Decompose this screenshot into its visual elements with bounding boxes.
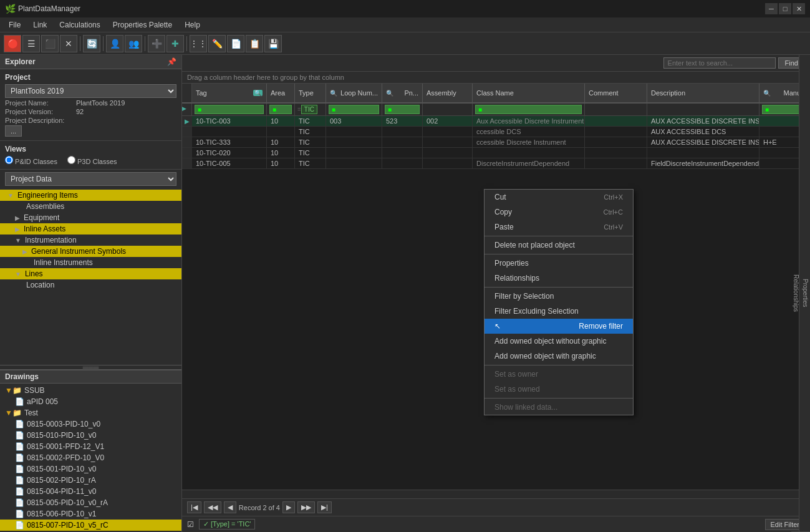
toolbar-btn-add2[interactable]: ✚ (166, 35, 184, 52)
close-button[interactable]: ✕ (793, 3, 805, 14)
toolbar-btn-copy[interactable]: 📋 (246, 35, 263, 52)
col-header-loop[interactable]: 🔍 Loop Num... (326, 84, 382, 102)
menu-file[interactable]: File (2, 19, 27, 31)
nav-prev-prev-button[interactable]: ◀◀ (204, 501, 221, 513)
toolbar-btn-delete[interactable]: ✕ (60, 35, 77, 52)
col-header-pn[interactable]: 🔍 Pn... (382, 84, 423, 102)
toolbar-btn-edit[interactable]: ✏️ (208, 35, 226, 52)
properties-tab[interactable]: Properties (801, 55, 810, 532)
ctx-relationships[interactable]: Relationships (485, 271, 633, 286)
ctx-paste[interactable]: Paste Ctrl+V (485, 220, 633, 235)
cell-description (647, 148, 759, 158)
horizontal-scrollbar[interactable] (182, 490, 810, 498)
col-header-classname[interactable]: Class Name (473, 84, 585, 102)
ctx-properties[interactable]: Properties (485, 256, 633, 271)
menu-properties-palette[interactable]: Properties Palette (107, 19, 178, 31)
draw-item-0815-005[interactable]: 📄 0815-005-PID-10_v0_rA (0, 497, 181, 508)
col-header-type[interactable]: Type (295, 84, 326, 102)
grid-row[interactable]: ▶ 10-TIC-003 10 TIC 003 523 002 Aux Acce… (182, 116, 810, 127)
draw-item-apid[interactable]: 📄 aPID 005 (0, 396, 181, 407)
draw-item-0815-007[interactable]: 📄 0815-007-PID-10_v5_rC (0, 520, 181, 531)
toolbar-btn-refresh[interactable]: 🔄 (83, 35, 100, 52)
grid-row[interactable]: 10-TIC-333 10 TIC ccessible Discrete Ins… (182, 137, 810, 148)
view-pid-label[interactable]: P&ID Classes (5, 156, 57, 165)
nav-prev-button[interactable]: ◀ (224, 501, 236, 513)
menu-link[interactable]: Link (27, 19, 53, 31)
manufact-filter-icon: 🔍 (763, 90, 771, 97)
toolbar-btn-add1[interactable]: ➕ (148, 35, 165, 52)
tree-item-inline-assets[interactable]: ▶ Inline Assets (0, 223, 181, 235)
loop-filter-value[interactable]: ■ (329, 105, 379, 114)
tree-item-instrumentation[interactable]: ▼ Instrumentation (0, 235, 181, 246)
view-pid-radio[interactable] (5, 156, 13, 164)
nav-first-button[interactable]: |◀ (187, 501, 201, 513)
type-filter-value[interactable]: TIC (301, 105, 317, 114)
ctx-delete-not-placed[interactable]: Delete not placed object (485, 238, 633, 253)
menu-help[interactable]: Help (178, 19, 206, 31)
draw-item-0815-006[interactable]: 📄 0815-006-PID-10_v1 (0, 508, 181, 520)
toolbar-btn-doc[interactable]: 📄 (227, 35, 244, 52)
project-select[interactable]: PlantTools 2019 (5, 84, 176, 98)
area-filter-value[interactable]: ■ (269, 105, 292, 114)
tree-item-engineering-items[interactable]: ▼ Engineering Items (0, 190, 181, 201)
data-dropdown[interactable]: Project Data (5, 172, 176, 186)
draw-item-0815-001[interactable]: 📄 0815-001-PID-10_v0 (0, 463, 181, 475)
grid-row[interactable]: 10-TIC-020 10 TIC (182, 148, 810, 158)
relationships-tab[interactable]: Relationships (791, 55, 801, 532)
ctx-copy[interactable]: Copy Ctrl+C (485, 205, 633, 220)
tag-filter-value[interactable]: ■ (195, 105, 264, 114)
ctx-add-owned-without[interactable]: Add owned object without graphic (485, 334, 633, 349)
project-version-value: 92 (76, 108, 84, 115)
nav-next-next-button[interactable]: ▶▶ (297, 501, 315, 513)
views-section: Views P&ID Classes P3D Classes (0, 141, 181, 170)
panel-divider[interactable]: ═══ (0, 365, 181, 370)
draw-item-0815-0001[interactable]: 📄 0815-0001-PFD-12_V1 (0, 441, 181, 452)
project-desc-button[interactable]: ... (5, 125, 22, 137)
col-header-area[interactable]: Area (267, 84, 295, 102)
filter-checkbox[interactable]: ☑ (187, 520, 194, 529)
draw-item-0815-010[interactable]: 📄 0815-010-PID-10_v0 (0, 430, 181, 441)
menu-calculations[interactable]: Calculations (53, 19, 106, 31)
toolbar-btn-1[interactable]: 🔴 (4, 35, 21, 52)
tree-item-assemblies[interactable]: Assemblies (0, 201, 181, 212)
toolbar-btn-user[interactable]: 👤 (106, 35, 123, 52)
toolbar-btn-2[interactable]: ☰ (22, 35, 40, 52)
tree-item-location[interactable]: Location (0, 279, 181, 291)
draw-item-0815-002[interactable]: 📄 0815-002-PID-10_rA (0, 475, 181, 486)
tree-item-general-instrument[interactable]: ▶ General Instrument Symbols (0, 246, 181, 257)
nav-last-button[interactable]: ▶| (317, 501, 332, 513)
tree-item-lines[interactable]: ▼ Lines (0, 268, 181, 279)
col-header-comment[interactable]: Comment (585, 84, 647, 102)
ctx-filter-excluding[interactable]: Filter Excluding Selection (485, 304, 633, 319)
tree-item-inline-instruments[interactable]: Inline Instruments (0, 257, 181, 268)
draw-item-test[interactable]: ▼📁 Test (0, 407, 181, 418)
grid-row[interactable]: TIC ccessible DCS AUX ACCESSIBLE DCS (182, 127, 810, 137)
ctx-remove-filter[interactable]: ↖ Remove filter (485, 319, 633, 334)
minimize-button[interactable]: ─ (765, 3, 778, 14)
pn-filter-value[interactable]: ■ (385, 105, 420, 114)
col-header-tag[interactable]: Tag 🔍 (192, 84, 267, 102)
toolbar-btn-users[interactable]: 👥 (125, 35, 142, 52)
maximize-button[interactable]: □ (779, 3, 791, 14)
cell-assembly (423, 127, 473, 137)
tree-item-equipment[interactable]: ▶ Equipment (0, 212, 181, 223)
ctx-add-owned-with[interactable]: Add owned object with graphic (485, 349, 633, 364)
draw-item-0815-0003[interactable]: 📄 0815-0003-PID-10_v0 (0, 418, 181, 430)
ctx-filter-by-selection[interactable]: Filter by Selection (485, 289, 633, 304)
classname-filter-value[interactable]: ■ (475, 105, 582, 114)
grid-row[interactable]: 10-TIC-005 10 TIC DiscreteInstrumentDepe… (182, 158, 810, 169)
draw-item-label: SSUB (24, 386, 45, 395)
toolbar-btn-3[interactable]: ⬛ (41, 35, 59, 52)
draw-item-ssub[interactable]: ▼📁 SSUB (0, 385, 181, 396)
search-input[interactable] (663, 57, 776, 69)
view-p3d-radio[interactable] (67, 156, 75, 164)
view-p3d-label[interactable]: P3D Classes (67, 156, 117, 165)
draw-item-0815-0002[interactable]: 📄 0815-0002-PFD-10_V0 (0, 452, 181, 463)
col-header-description[interactable]: Description (647, 84, 759, 102)
nav-next-button[interactable]: ▶ (282, 501, 295, 513)
ctx-cut[interactable]: Cut Ctrl+X (485, 190, 633, 205)
toolbar-btn-save[interactable]: 💾 (264, 35, 282, 52)
toolbar-btn-grid[interactable]: ⋮⋮ (190, 35, 207, 52)
col-header-assembly[interactable]: Assembly (423, 84, 473, 102)
draw-item-0815-004[interactable]: 📄 0815-004-PID-11_v0 (0, 486, 181, 497)
